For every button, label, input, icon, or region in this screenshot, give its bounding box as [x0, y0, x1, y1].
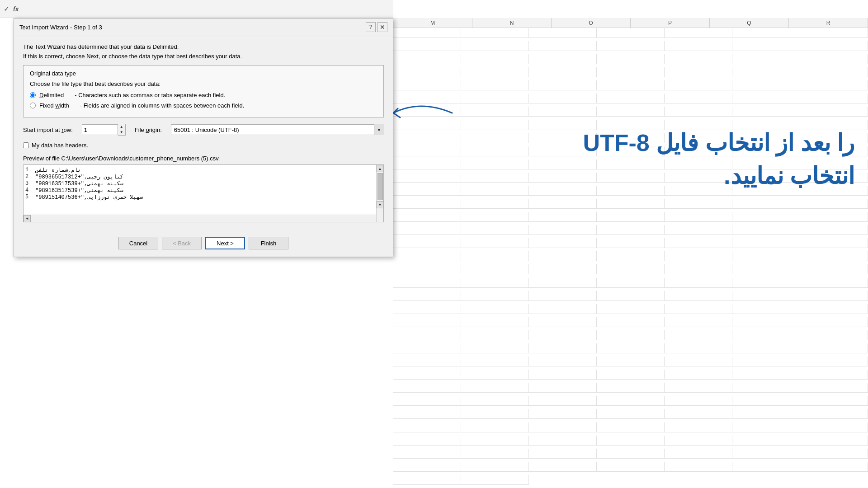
grid-cell[interactable] — [461, 199, 529, 209]
grid-cell[interactable] — [800, 186, 868, 196]
grid-cell[interactable] — [461, 449, 529, 459]
fixed-width-label[interactable]: Fixed width — [39, 102, 69, 109]
grid-cell[interactable] — [529, 343, 597, 353]
grid-cell[interactable] — [597, 409, 665, 419]
grid-cell[interactable] — [665, 41, 732, 51]
grid-cell[interactable] — [800, 80, 868, 90]
grid-cell[interactable] — [393, 475, 461, 485]
grid-cell[interactable] — [461, 94, 529, 103]
delimited-label[interactable]: Delimited — [39, 92, 64, 99]
grid-cell[interactable] — [665, 186, 732, 196]
grid-cell[interactable] — [393, 357, 461, 366]
help-button[interactable]: ? — [366, 22, 376, 32]
grid-cell[interactable] — [529, 357, 597, 366]
grid-cell[interactable] — [597, 54, 665, 64]
grid-cell[interactable] — [461, 80, 529, 90]
grid-cell[interactable] — [597, 120, 665, 130]
grid-cell[interactable] — [732, 304, 800, 314]
grid-cell[interactable] — [665, 422, 732, 432]
grid-cell[interactable] — [665, 107, 732, 117]
grid-cell[interactable] — [732, 436, 800, 446]
grid-cell[interactable] — [461, 28, 529, 38]
grid-cell[interactable] — [529, 383, 597, 393]
grid-cell[interactable] — [529, 212, 597, 222]
grid-cell[interactable] — [732, 107, 800, 117]
grid-cell[interactable] — [529, 67, 597, 77]
grid-cell[interactable] — [461, 146, 529, 156]
grid-cell[interactable] — [461, 264, 529, 274]
grid-cell[interactable] — [529, 251, 597, 261]
grid-cell[interactable] — [732, 199, 800, 209]
grid-cell[interactable] — [800, 54, 868, 64]
grid-cell[interactable] — [732, 80, 800, 90]
grid-cell[interactable] — [393, 462, 461, 472]
grid-cell[interactable] — [800, 107, 868, 117]
grid-cell[interactable] — [597, 330, 665, 340]
grid-cell[interactable] — [800, 317, 868, 327]
grid-cell[interactable] — [597, 186, 665, 196]
grid-cell[interactable] — [732, 146, 800, 156]
grid-cell[interactable] — [665, 28, 732, 38]
grid-cell[interactable] — [461, 173, 529, 183]
grid-cell[interactable] — [461, 54, 529, 64]
scroll-up-arrow[interactable]: ▲ — [377, 165, 384, 172]
grid-cell[interactable] — [800, 343, 868, 353]
grid-cell[interactable] — [597, 317, 665, 327]
grid-cell[interactable] — [393, 370, 461, 380]
grid-cell[interactable] — [461, 357, 529, 366]
headers-label[interactable]: My data has headers. — [32, 142, 88, 149]
grid-cell[interactable] — [393, 343, 461, 353]
grid-cell[interactable] — [732, 278, 800, 288]
grid-cell[interactable] — [800, 370, 868, 380]
grid-cell[interactable] — [393, 317, 461, 327]
grid-cell[interactable] — [529, 173, 597, 183]
grid-cell[interactable] — [461, 304, 529, 314]
grid-cell[interactable] — [393, 238, 461, 248]
grid-cell[interactable] — [800, 422, 868, 432]
headers-checkbox[interactable] — [23, 142, 29, 148]
grid-cell[interactable] — [461, 107, 529, 117]
grid-cell[interactable] — [393, 278, 461, 288]
grid-cell[interactable] — [800, 160, 868, 169]
grid-cell[interactable] — [597, 304, 665, 314]
grid-cell[interactable] — [393, 304, 461, 314]
grid-cell[interactable] — [597, 422, 665, 432]
grid-cell[interactable] — [529, 107, 597, 117]
grid-cell[interactable] — [461, 278, 529, 288]
grid-cell[interactable] — [529, 160, 597, 169]
finish-button[interactable]: Finish — [249, 237, 288, 249]
grid-cell[interactable] — [393, 28, 461, 38]
grid-cell[interactable] — [461, 251, 529, 261]
grid-cell[interactable] — [597, 212, 665, 222]
spinner-down-button[interactable]: ▼ — [118, 130, 125, 135]
grid-cell[interactable] — [393, 133, 461, 143]
grid-cell[interactable] — [529, 396, 597, 406]
grid-cell[interactable] — [665, 199, 732, 209]
grid-cell[interactable] — [597, 199, 665, 209]
grid-cell[interactable] — [800, 304, 868, 314]
grid-cell[interactable] — [393, 160, 461, 169]
grid-cell[interactable] — [529, 317, 597, 327]
scroll-down-arrow[interactable]: ▼ — [377, 201, 384, 208]
grid-cell[interactable] — [800, 264, 868, 274]
grid-cell[interactable] — [732, 238, 800, 248]
grid-cell[interactable] — [665, 173, 732, 183]
grid-cell[interactable] — [461, 67, 529, 77]
spinner-up-button[interactable]: ▲ — [118, 124, 125, 130]
grid-cell[interactable] — [529, 278, 597, 288]
grid-cell[interactable] — [597, 462, 665, 472]
grid-cell[interactable] — [529, 436, 597, 446]
grid-cell[interactable] — [393, 436, 461, 446]
grid-cell[interactable] — [732, 225, 800, 235]
grid-cell[interactable] — [393, 173, 461, 183]
grid-cell[interactable] — [665, 396, 732, 406]
grid-cell[interactable] — [461, 186, 529, 196]
grid-cell[interactable] — [800, 199, 868, 209]
grid-cell[interactable] — [665, 317, 732, 327]
grid-cell[interactable] — [461, 160, 529, 169]
grid-cell[interactable] — [800, 449, 868, 459]
grid-cell[interactable] — [800, 238, 868, 248]
grid-cell[interactable] — [597, 160, 665, 169]
grid-cell[interactable] — [665, 120, 732, 130]
grid-cell[interactable] — [393, 41, 461, 51]
